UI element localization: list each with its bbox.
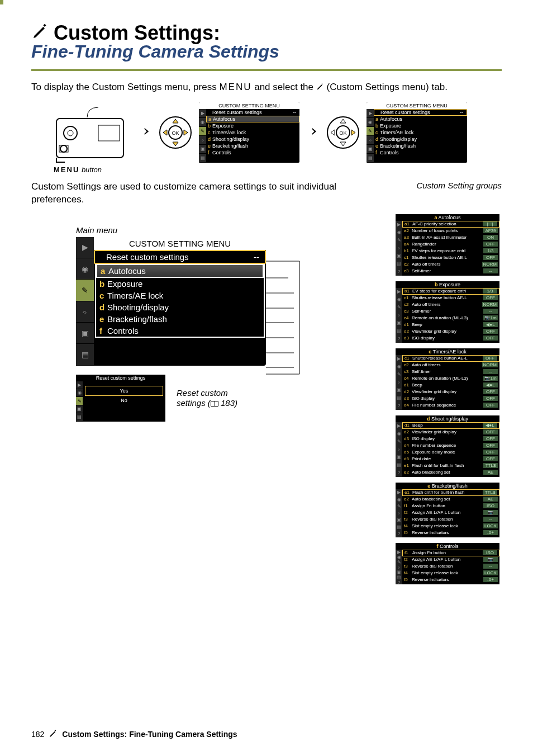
book-icon	[211, 401, 218, 407]
ok-pad-illustration: OK	[324, 105, 362, 160]
group-screen-a: a Autofocus▶◉✎🝔▣▤?a1AF-C priority select…	[396, 214, 499, 276]
group-screen-c: c Timers/AE lock▶◉✎🝔▣▤?c1Shutter-release…	[396, 348, 499, 410]
menu-row: aAutofocus	[206, 116, 299, 122]
menu-row: a1AF-C priority selection[···]	[402, 221, 499, 228]
pencil-icon	[31, 22, 49, 42]
menu-row: a4RangefinderOFF	[402, 241, 499, 248]
menu-row: d6Print dateOFF	[402, 456, 499, 462]
flow-arrow-icon	[136, 124, 152, 141]
menu-row: Yes	[85, 386, 163, 396]
menu-row: aAutofocus	[96, 264, 264, 278]
screen-title: e Bracketing/flash	[396, 483, 499, 489]
menu-row: c1Shutter-release button AE-LOFF	[402, 254, 499, 261]
menu-row: d2Viewfinder grid displayOFF	[402, 389, 499, 395]
menu-row: a3Built-in AF-assist illuminatorON	[402, 234, 499, 241]
menu-row: d5Exposure delay modeOFF	[402, 449, 499, 456]
menu-row: b1EV steps for exposure cntrl1/3	[402, 248, 499, 254]
menu-word: MENU	[219, 82, 251, 92]
menu-row: c1Shutter-release button AE-LOFF	[402, 355, 499, 362]
menu-row: c1Shutter-release button AE-LOFF	[402, 295, 499, 301]
menu-row: d3ISO displayOFF	[402, 395, 499, 402]
groups-label: Custom Setting groups	[356, 181, 502, 206]
screen-title: b Exposure	[396, 281, 499, 288]
flow-arrow-icon	[304, 124, 320, 141]
menu-row: fControls	[374, 149, 467, 156]
screen-title: c Timers/AE lock	[396, 348, 499, 355]
menu-row: c2Auto off timersNORM	[402, 301, 499, 308]
menu-row: c4Remote on duration (ML-L3)📷1m	[402, 315, 499, 322]
menu-row: a2Number of focus pointsAF39	[402, 228, 499, 234]
menu-row: e1Flash cntrl for built-in flashTTL$	[402, 462, 499, 469]
menu-row: f4Slot empty release lockLOCK	[402, 570, 499, 577]
intro-text: To display the Custom Settings menu, pre…	[31, 81, 502, 94]
pencil-icon	[316, 82, 324, 92]
menu-row: d3ISO displayOFF	[402, 436, 499, 442]
header-divider	[31, 69, 502, 71]
setting-menu-screen-2: CUSTOM SETTING MENU ▶◉ ✎🝔 ▣▤ Reset custo…	[367, 102, 467, 163]
screen-title: CUSTOM SETTING MENU	[199, 102, 299, 109]
screen-title: Reset custom settings	[76, 375, 165, 381]
svg-point-5	[60, 145, 67, 152]
menu-row: eBracketing/flash	[206, 143, 299, 149]
menu-row: d4File number sequenceOFF	[402, 442, 499, 449]
group-screen-f: f Controls▶◉✎🝔▣▤?f1Assign Fn buttonISOf2…	[396, 543, 499, 584]
menu-row: e2Auto bracketing setAE	[402, 496, 499, 503]
menu-row: e2Auto bracketing setAE	[402, 469, 499, 476]
menu-row: f5Reverse indicators-0+	[402, 530, 499, 536]
svg-text:OK: OK	[172, 130, 179, 136]
menu-row: f3Reverse dial rotation--	[402, 516, 499, 523]
menu-row: No	[83, 396, 165, 405]
menu-row: f2Assign AE-L/AF-L button📷	[402, 509, 499, 516]
menu-row: dShooting/display	[374, 136, 467, 143]
menu-row: bExposure	[374, 122, 467, 129]
group-screen-b: b Exposure▶◉✎🝔▣▤?b1EV steps for exposure…	[396, 281, 499, 343]
main-menu-label: Main menu	[76, 225, 322, 235]
menu-row: f2Assign AE-L/AF-L button📷	[402, 556, 499, 563]
reset-caption: Reset custom settings ( 183)	[177, 388, 237, 408]
pencil-icon	[49, 729, 58, 739]
menu-row: f5Reverse indicators-0+	[402, 577, 499, 583]
menu-row: cTimers/AE lock	[96, 290, 264, 301]
menu-row: d4File number sequenceOFF	[402, 402, 499, 409]
menu-row: d2Viewfinder grid displayOFF	[402, 328, 499, 335]
menu-row: dShooting/display	[96, 301, 264, 313]
page-number: 182	[31, 730, 44, 739]
group-screen-e: e Bracketing/flash▶◉✎🝔▣▤?e1Flash cntrl f…	[396, 483, 499, 537]
menu-row: Reset custom settings--	[94, 250, 266, 264]
menu-row: d2Viewfinder grid displayOFF	[402, 429, 499, 436]
setting-menu-screen-1: CUSTOM SETTING MENU ▶◉ ✎🝔 ▣▤ Reset custo…	[199, 102, 299, 163]
menu-row: c4Remote on duration (ML-L3)📷1m	[402, 375, 499, 382]
screen-title: CUSTOM SETTING MENU	[367, 102, 467, 109]
menu-row: d1Beep◀●L	[402, 422, 499, 429]
menu-row: c3Self-timer--	[402, 268, 499, 275]
menu-row: c3Self-timer--	[402, 308, 499, 315]
menu-row: aAutofocus	[374, 116, 467, 122]
group-screen-d: d Shooting/display▶◉✎🝔▣▤?d1Beep◀●Ld2View…	[396, 415, 499, 477]
menu-row: eBracketing/flash	[96, 313, 264, 325]
svg-rect-1	[98, 125, 120, 141]
menu-row: d1Beep◀●L	[402, 322, 499, 328]
menu-row: f1Assign Fn buttonISO	[402, 503, 499, 509]
menu-row: e1Flash cntrl for built-in flashTTL$	[402, 489, 499, 496]
reset-menu-screen: Reset custom settings ▶◉ ✎▣ ▤ YesNo	[76, 375, 165, 422]
menu-row: c3Self-timer--	[402, 368, 499, 375]
page-subtitle: Fine-Tuning Camera Settings	[31, 41, 502, 62]
screen-title: CUSTOM SETTING MENU	[94, 237, 266, 250]
page-title: Custom Settings:	[54, 22, 220, 44]
menu-row: dShooting/display	[206, 136, 299, 143]
menu-row: fControls	[96, 325, 264, 337]
menu-row: cTimers/AE lock	[374, 129, 467, 136]
svg-point-2	[64, 126, 77, 140]
flow-diagram: OK CUSTOM SETTING MENU ▶◉ ✎🝔 ▣▤ Reset cu…	[54, 102, 502, 163]
menu-row: bExposure	[96, 278, 264, 290]
menu-row: Reset custom settings--	[206, 109, 299, 116]
menu-row: f4Slot empty release lockLOCK	[402, 523, 499, 530]
menu-row: f1Assign Fn buttonISO	[402, 550, 499, 556]
screen-title: f Controls	[396, 543, 499, 550]
menu-row: f3Reverse dial rotation--	[402, 563, 499, 570]
menu-row: cTimers/AE lock	[206, 129, 299, 136]
page-footer: 182 Custom Settings: Fine-Tuning Camera …	[31, 729, 237, 739]
menu-row: c2Auto off timersNORM	[402, 261, 499, 268]
footer-title: Custom Settings: Fine-Tuning Camera Sett…	[62, 730, 237, 739]
menu-button-caption: MENU button	[54, 166, 502, 174]
